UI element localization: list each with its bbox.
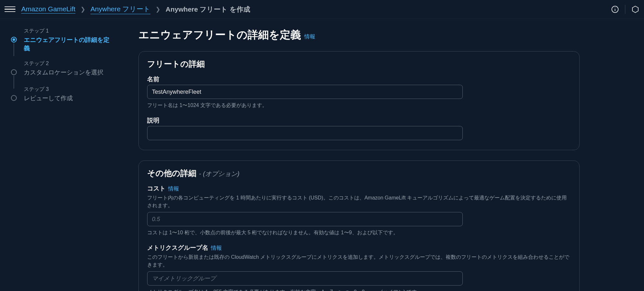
topbar: Amazon GameLift ❯ Anywhere フリート ❯ Anywhe… (0, 0, 644, 19)
field-hint: メトリクスグループ名は 1〜255 文字である必要があります。有効な文字：A〜Z… (147, 288, 571, 291)
step-bullet (11, 69, 17, 75)
name-input[interactable] (147, 85, 463, 99)
step-bullet (11, 95, 17, 101)
panel-title-suffix: - (オプション) (199, 170, 240, 178)
step-title: カスタムロケーションを選択 (24, 68, 109, 77)
field-label: 説明 (147, 116, 159, 125)
svg-marker-3 (632, 6, 638, 13)
step-num: ステップ 2 (24, 60, 109, 67)
panel-title: その他の詳細 (147, 168, 196, 179)
metric-group-input[interactable] (147, 271, 463, 286)
step-title: エニウェアフリートの詳細を定義 (24, 36, 109, 53)
chevron-right-icon: ❯ (156, 6, 160, 13)
page-title: エニウェアフリートの詳細を定義 (138, 28, 301, 42)
metric-info-link[interactable]: 情報 (211, 244, 222, 252)
step-title: レビューして作成 (24, 94, 109, 102)
breadcrumb-current: Anywhere フリート を作成 (166, 5, 250, 14)
settings-hex-icon[interactable] (631, 5, 639, 14)
page-info-link[interactable]: 情報 (304, 33, 315, 40)
chevron-right-icon: ❯ (80, 6, 85, 13)
step-1[interactable]: ステップ 1 エニウェアフリートの詳細を定義 (11, 28, 109, 53)
breadcrumb-root[interactable]: Amazon GameLift (21, 5, 75, 14)
field-desc: フリート内の各コンピューティングを 1 時間あたりに実行するコスト (USD)。… (147, 194, 571, 209)
field-label: コスト (147, 184, 166, 193)
step-num: ステップ 1 (24, 28, 109, 34)
panel-title: フリートの詳細 (147, 59, 205, 69)
content: エニウェアフリートの詳細を定義 情報 フリートの詳細 名前 フリート名は 1〜1… (109, 28, 580, 291)
field-label: メトリクスグループ名 (147, 244, 208, 252)
info-icon[interactable] (611, 5, 619, 14)
cost-info-link[interactable]: 情報 (168, 185, 179, 192)
wizard-steps: ステップ 1 エニウェアフリートの詳細を定義 ステップ 2 カスタムロケーション… (0, 28, 109, 291)
field-hint: コストは 1〜10 桁で、小数点の前後が最大 5 桁でなければなりません。有効な… (147, 229, 571, 237)
description-input[interactable] (147, 126, 463, 140)
divider (625, 5, 625, 14)
breadcrumb-level2[interactable]: Anywhere フリート (90, 5, 150, 14)
panel-fleet-details: フリートの詳細 名前 フリート名は 1〜1024 文字である必要があります。 説… (138, 51, 580, 150)
menu-icon[interactable] (5, 4, 15, 15)
field-description: 説明 (147, 116, 571, 140)
field-cost: コスト 情報 フリート内の各コンピューティングを 1 時間あたりに実行するコスト… (147, 184, 571, 237)
step-num: ステップ 3 (24, 86, 109, 93)
panel-other-details: その他の詳細 - (オプション) コスト 情報 フリート内の各コンピューティング… (138, 160, 580, 291)
cost-input[interactable] (147, 212, 463, 226)
step-bullet-active (11, 37, 17, 43)
field-hint: フリート名は 1〜1024 文字である必要があります。 (147, 102, 571, 109)
step-2[interactable]: ステップ 2 カスタムロケーションを選択 (11, 60, 109, 78)
topbar-actions (611, 5, 639, 14)
field-label: 名前 (147, 75, 159, 83)
breadcrumb: Amazon GameLift ❯ Anywhere フリート ❯ Anywhe… (21, 5, 611, 14)
svg-point-2 (615, 7, 615, 8)
field-desc: このフリートから新規または既存の CloudWatch メトリックスグループにメ… (147, 253, 571, 269)
field-name: 名前 フリート名は 1〜1024 文字である必要があります。 (147, 75, 571, 109)
step-3[interactable]: ステップ 3 レビューして作成 (11, 86, 109, 104)
field-metric-group: メトリクスグループ名 情報 このフリートから新規または既存の CloudWatc… (147, 244, 571, 291)
